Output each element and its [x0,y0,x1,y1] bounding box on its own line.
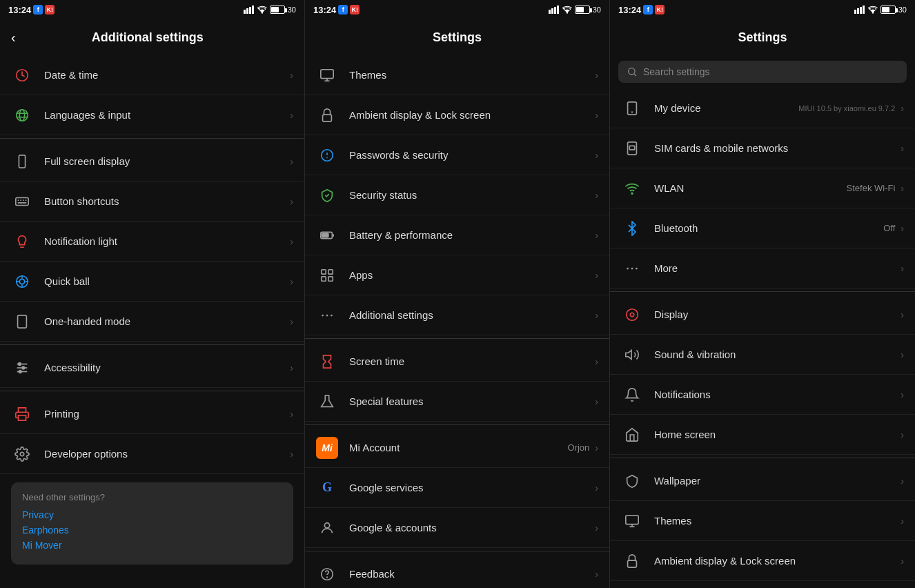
svg-point-68 [631,193,633,194]
settings-item-sound[interactable]: Sound & vibration › [610,335,915,375]
settings-item-sim[interactable]: SIM cards & mobile networks › [610,128,915,168]
display-label: Display [654,308,901,320]
sliders-icon [11,357,33,379]
settings-item-developer[interactable]: Developer options › [0,434,304,474]
hourglass-icon [316,351,338,373]
svg-rect-48 [322,276,326,280]
settings-list-1: Date & time › Languages & input › Full s… [0,55,304,588]
status-bar-2: 13:24 f K! 30 [305,0,609,19]
svg-rect-35 [557,6,559,14]
home-icon [621,424,643,446]
dots-icon [316,304,338,326]
svg-point-61 [872,12,874,13]
settings-item-date-time[interactable]: Date & time › [0,55,304,95]
keyboard-icon [11,190,33,213]
settings-item-my-device[interactable]: My device MIUI 10.5 by xiaomi.eu 9.7.2 › [610,88,915,128]
settings-item-quick-ball[interactable]: Quick ball › [0,262,304,302]
status-icons-3: 30 [854,6,907,14]
chevron-icon: › [901,429,904,440]
page-header-1: ‹ Additional settings [0,19,304,55]
chevron-icon: › [901,476,904,487]
back-button-1[interactable]: ‹ [11,30,16,46]
settings-item-additional[interactable]: Additional settings › [305,295,609,335]
chevron-icon: › [290,110,293,121]
settings-item-accessibility[interactable]: Accessibility › [0,348,304,388]
privacy-link[interactable]: Privacy [22,509,282,520]
settings-item-themes-2[interactable]: Themes › [610,501,915,541]
status-notif-3: 13:24 f K! [618,5,665,15]
svg-line-63 [634,74,636,76]
settings-item-ambient-2[interactable]: Ambient display & Lock screen › [610,541,915,581]
earphones-link[interactable]: Earphones [22,525,282,536]
other-settings-title: Need other settings? [22,492,282,502]
battery-label: Battery & performance [349,229,595,241]
battery-text-2: 30 [593,6,601,14]
search-bar[interactable]: Search settings [618,61,907,83]
settings-item-bluetooth[interactable]: Bluetooth Off › [610,208,915,248]
apps-label: Apps [349,269,595,281]
chevron-icon: › [290,362,293,373]
sound-label: Sound & vibration [654,349,901,360]
svg-point-7 [19,109,24,121]
wifi-icon-3 [868,6,878,14]
wifi-icon-1 [257,6,267,14]
google-accounts-label: Google & accounts [349,522,595,533]
person-circle-icon [316,517,338,539]
settings-item-display[interactable]: Display › [610,295,915,335]
divider-6 [305,551,609,551]
svg-point-31 [20,452,24,456]
settings-item-special[interactable]: Special features › [305,382,609,422]
notif-badge-k-1: K! [45,5,55,14]
chevron-icon: › [290,156,293,167]
settings-item-ambient[interactable]: Ambient display & Lock screen › [305,95,609,135]
svg-point-6 [17,109,28,121]
divider-4 [305,338,609,339]
settings-item-one-handed[interactable]: One-handed mode › [0,302,304,342]
settings-item-notification-light[interactable]: Notification light › [0,222,304,262]
notif-bell-icon [621,384,643,406]
settings-item-feedback[interactable]: Feedback › [305,554,609,588]
settings-item-printing[interactable]: Printing › [0,394,304,434]
chevron-icon: › [595,569,598,580]
settings-item-passwords[interactable]: Passwords & security › [305,135,609,175]
settings-item-google-services[interactable]: G Google services › [305,468,609,508]
date-time-label: Date & time [44,69,290,81]
chevron-icon: › [290,196,293,207]
mi-mover-link[interactable]: Mi Mover [22,540,282,551]
svg-rect-75 [626,515,638,524]
settings-item-fullscreen[interactable]: Full screen display › [0,141,304,182]
settings-item-themes[interactable]: Themes › [305,55,609,95]
themes-label: Themes [349,69,595,81]
settings-item-button-shortcuts[interactable]: Button shortcuts › [0,182,304,222]
settings-item-security-status[interactable]: Security status › [305,175,609,215]
settings-item-more[interactable]: More › [610,248,915,288]
divider-1 [0,138,304,139]
settings-item-google-accounts[interactable]: Google & accounts › [305,508,609,548]
wlan-label: WLAN [654,182,847,194]
chevron-icon: › [901,183,904,194]
settings-item-wallpaper[interactable]: Wallpaper › [610,461,915,501]
battery-perf-icon [316,224,338,246]
status-bar-3: 13:24 f K! 30 [610,0,915,19]
settings-item-notifications[interactable]: Notifications › [610,375,915,415]
svg-marker-74 [626,350,631,359]
divider-8 [610,458,915,458]
more-label: More [654,262,901,274]
svg-point-71 [636,267,638,269]
settings-item-wlan[interactable]: WLAN Stefek Wi-Fi › [610,168,915,208]
svg-rect-59 [860,7,862,14]
settings-item-languages[interactable]: Languages & input › [0,95,304,135]
settings-item-battery[interactable]: Battery & performance › [305,215,609,255]
settings-item-screen-time[interactable]: Screen time › [305,342,609,382]
battery-text-1: 30 [288,6,296,14]
notifications-label: Notifications [654,389,901,400]
svg-rect-45 [322,233,328,237]
chevron-icon: › [290,409,293,420]
settings-item-home-screen[interactable]: Home screen › [610,415,915,455]
settings-item-apps[interactable]: Apps › [305,255,609,295]
svg-rect-32 [549,10,551,14]
settings-item-mi-account[interactable]: Mi Mi Account Orjon › [305,428,609,468]
chevron-icon: › [595,150,598,161]
question-circle-icon [316,563,338,585]
notif-badge-k-3: K! [655,5,665,14]
